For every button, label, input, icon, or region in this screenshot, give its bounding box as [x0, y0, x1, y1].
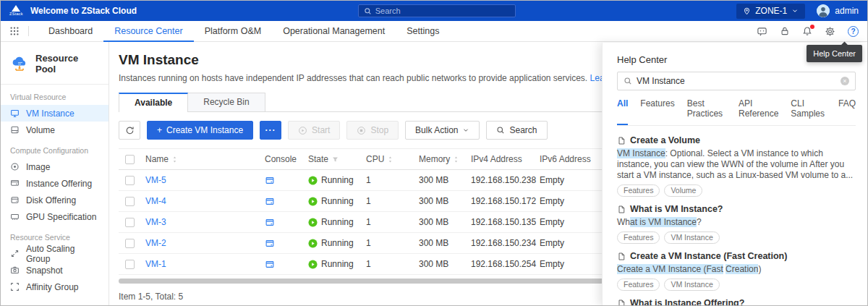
sidebar-item-label: VM Instance [26, 109, 75, 119]
help-result-title[interactable]: Create a VM Instance (Fast Creation) [617, 251, 856, 261]
stop-button[interactable]: Stop [346, 121, 399, 140]
vm-name-link[interactable]: VM-3 [145, 217, 166, 227]
help-result-title[interactable]: Create a Volume [617, 135, 856, 145]
cpu-value: 1 [366, 238, 419, 248]
sort-icon[interactable] [387, 156, 393, 163]
state-label: Running [321, 175, 354, 185]
sort-icon[interactable] [453, 156, 459, 163]
help-tab-best-practices[interactable]: Best Practices [687, 98, 726, 125]
select-all-checkbox[interactable] [125, 155, 135, 164]
global-search-input[interactable] [375, 7, 510, 15]
row-checkbox[interactable] [125, 239, 135, 248]
refresh-button[interactable] [119, 121, 140, 140]
zstack-logo-icon [12, 5, 20, 12]
help-result: Create a VM Instance (Fast Creation) Cre… [617, 251, 856, 291]
console-icon[interactable] [265, 176, 275, 185]
settings-gear-icon[interactable] [825, 26, 835, 37]
body-text: Wh [617, 217, 630, 227]
memory-value: 300 MB [419, 196, 471, 206]
plus-icon: + [157, 125, 162, 135]
nav-item-resource-center[interactable]: Resource Center [103, 21, 194, 42]
search-button[interactable]: Search [486, 121, 547, 140]
search-icon [624, 77, 632, 85]
sidebar-item-vm-instance[interactable]: VM Instance [1, 105, 109, 122]
tag-pill[interactable]: Volume [664, 184, 702, 197]
sidebar-item-auto-scaling-group[interactable]: Auto Scaling Group [1, 245, 109, 262]
vm-name-link[interactable]: VM-1 [145, 259, 166, 269]
sort-icon[interactable] [171, 156, 178, 163]
tab-available[interactable]: Available [119, 93, 188, 112]
document-icon [617, 252, 626, 261]
tag-pill[interactable]: Features [617, 184, 660, 197]
sidebar-item-instance-offering[interactable]: Instance Offering [1, 175, 109, 192]
nav-item-dashboard[interactable]: Dashboard [38, 21, 103, 42]
console-icon[interactable] [265, 239, 275, 248]
help-tab-all[interactable]: All [617, 98, 628, 125]
console-icon[interactable] [265, 260, 275, 269]
help-search-input[interactable] [637, 76, 836, 86]
zstack-logo-text: ZStack [9, 12, 23, 17]
help-result-title[interactable]: What is Instance Offering? [617, 298, 856, 306]
column-name[interactable]: Name [145, 154, 169, 164]
start-button[interactable]: Start [288, 121, 340, 140]
sidebar-item-disk-offering[interactable]: Disk Offering [1, 192, 109, 208]
cpu-value: 1 [366, 217, 419, 227]
nav-item-operational-management[interactable]: Operational Management [272, 21, 396, 42]
help-tab-faq[interactable]: FAQ [838, 98, 856, 125]
zone-selector[interactable]: ZONE-1 [736, 4, 805, 19]
tag-pill[interactable]: Features [617, 231, 660, 244]
vm-name-link[interactable]: VM-2 [145, 238, 166, 248]
bulk-action-button[interactable]: Bulk Action [405, 121, 480, 140]
vm-name-link[interactable]: VM-5 [145, 175, 166, 185]
console-icon[interactable] [265, 197, 275, 206]
column-cpu[interactable]: CPU [366, 154, 384, 164]
zstack-logo: ZStack [9, 5, 23, 17]
help-result: What is Instance Offering? What is Insta… [617, 298, 856, 306]
user-menu[interactable]: admin [817, 4, 859, 17]
highlighted-text: VM Instance [617, 148, 665, 158]
nav-items: Dashboard Resource Center Platform O&M O… [38, 21, 450, 41]
tag-pill[interactable]: Features [617, 279, 660, 291]
console-icon[interactable] [265, 218, 275, 227]
nav-item-platform-om[interactable]: Platform O&M [194, 21, 273, 42]
sidebar-item-label: Disk Offering [26, 195, 76, 205]
state-label: Running [321, 259, 354, 269]
row-checkbox[interactable] [125, 260, 135, 269]
help-tab-cli-samples[interactable]: CLI Samples [791, 98, 826, 125]
help-tab-features[interactable]: Features [640, 98, 674, 125]
help-center-icon[interactable]: ? [848, 26, 859, 37]
resource-pool-header[interactable]: Resource Pool [1, 42, 109, 85]
sidebar-item-snapshot[interactable]: Snapshot [1, 262, 109, 279]
chevron-down-icon [462, 127, 469, 134]
lock-icon[interactable] [780, 26, 790, 36]
help-tab-api-reference[interactable]: API Reference [739, 98, 778, 125]
support-chat-icon[interactable] [757, 26, 767, 37]
help-search[interactable]: × [617, 72, 856, 90]
column-memory[interactable]: Memory [419, 154, 450, 164]
tag-pill[interactable]: VM Instance [664, 279, 719, 291]
app-window: ZStack Welcome to ZStack Cloud ZONE-1 ad… [0, 0, 868, 306]
help-result-title[interactable]: What is VM Instance? [617, 204, 856, 214]
tag-pill[interactable]: VM Instance [664, 231, 719, 244]
clear-search-icon[interactable]: × [841, 77, 849, 85]
sidebar-item-volume[interactable]: Volume [1, 122, 109, 138]
global-search[interactable] [358, 4, 516, 17]
row-checkbox[interactable] [125, 176, 135, 185]
more-actions-button[interactable]: ··· [260, 121, 281, 140]
row-checkbox[interactable] [125, 218, 135, 227]
nav-item-settings[interactable]: Settings [396, 21, 450, 42]
tab-recycle-bin[interactable]: Recycle Bin [188, 93, 265, 111]
row-checkbox[interactable] [125, 197, 135, 206]
filter-funnel-icon[interactable] [331, 156, 339, 163]
sidebar-item-affinity-group[interactable]: Affinity Group [1, 279, 109, 295]
create-vm-instance-button[interactable]: + Create VM Instance [147, 121, 253, 140]
sidebar-item-gpu-specification[interactable]: GPU Specification [1, 208, 109, 225]
document-icon [617, 136, 626, 145]
help-tabs: All Features Best Practices API Referenc… [617, 98, 856, 126]
sidebar-item-image[interactable]: Image [1, 158, 109, 175]
state-badge: Running [308, 175, 354, 185]
vm-name-link[interactable]: VM-4 [145, 196, 166, 206]
app-grid-icon[interactable] [9, 26, 20, 36]
state-badge: Running [308, 217, 354, 227]
notifications-bell-icon[interactable] [802, 26, 812, 36]
